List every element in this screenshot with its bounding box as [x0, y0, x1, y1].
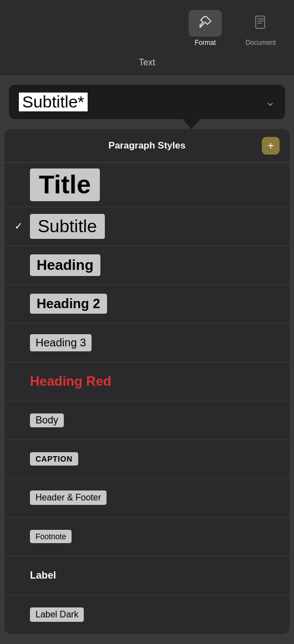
- style-dropdown[interactable]: Subtitle* ⌄: [9, 85, 285, 119]
- toolbar: Format Document: [0, 0, 294, 52]
- document-tab[interactable]: Document: [244, 10, 277, 47]
- style-label-label-dark: Label Dark: [30, 607, 84, 622]
- paragraph-styles-panel: Paragraph Styles + Title✓SubtitleHeading…: [4, 129, 290, 634]
- format-tab-label: Format: [195, 39, 216, 47]
- style-list: Title✓SubtitleHeadingHeading 2Heading 3H…: [4, 163, 290, 634]
- style-label-header-footer: Header & Footer: [30, 490, 107, 505]
- document-icon: [253, 14, 268, 30]
- add-style-button[interactable]: +: [262, 137, 280, 155]
- document-tab-label: Document: [246, 39, 276, 47]
- style-label-heading-red: Heading Red: [30, 371, 111, 391]
- style-label-body: Body: [30, 413, 64, 427]
- style-list-item-header-footer[interactable]: Header & Footer: [4, 479, 290, 518]
- style-list-item-footnote[interactable]: Footnote: [4, 518, 290, 556]
- svg-rect-1: [256, 16, 265, 28]
- format-tab[interactable]: Format: [189, 10, 222, 47]
- style-label-heading: Heading: [30, 254, 100, 276]
- dropdown-pointer: [183, 119, 200, 129]
- style-label-label: Label: [30, 568, 56, 584]
- selected-style-label: Subtitle*: [19, 93, 88, 111]
- style-dropdown-wrapper: Subtitle* ⌄: [0, 76, 294, 129]
- style-list-item-label-dark[interactable]: Label Dark: [4, 595, 290, 634]
- style-label-subtitle: Subtitle: [30, 214, 105, 239]
- style-list-item-heading-red[interactable]: Heading Red: [4, 362, 290, 401]
- style-list-item-subtitle[interactable]: ✓Subtitle: [4, 207, 290, 246]
- checkmark-subtitle: ✓: [14, 220, 28, 232]
- style-list-item-title[interactable]: Title: [4, 163, 290, 207]
- paragraph-styles-header: Paragraph Styles +: [4, 129, 290, 163]
- style-list-item-heading3[interactable]: Heading 3: [4, 324, 290, 362]
- style-label-title: Title: [30, 168, 100, 201]
- paragraph-styles-title: Paragraph Styles: [32, 140, 262, 151]
- style-label-heading2: Heading 2: [30, 294, 107, 314]
- style-list-item-heading[interactable]: Heading: [4, 246, 290, 285]
- style-label-heading3: Heading 3: [30, 334, 92, 351]
- style-list-item-caption[interactable]: CAPTION: [4, 440, 290, 479]
- format-icon: [197, 14, 213, 30]
- style-label-footnote: Footnote: [30, 530, 72, 543]
- style-list-item-heading2[interactable]: Heading 2: [4, 285, 290, 324]
- chevron-down-icon: ⌄: [265, 95, 275, 109]
- style-list-item-label[interactable]: Label: [4, 556, 290, 595]
- section-title: Text: [139, 58, 155, 67]
- style-label-caption: CAPTION: [30, 452, 78, 466]
- section-header: Text: [0, 52, 294, 76]
- style-list-item-body[interactable]: Body: [4, 401, 290, 440]
